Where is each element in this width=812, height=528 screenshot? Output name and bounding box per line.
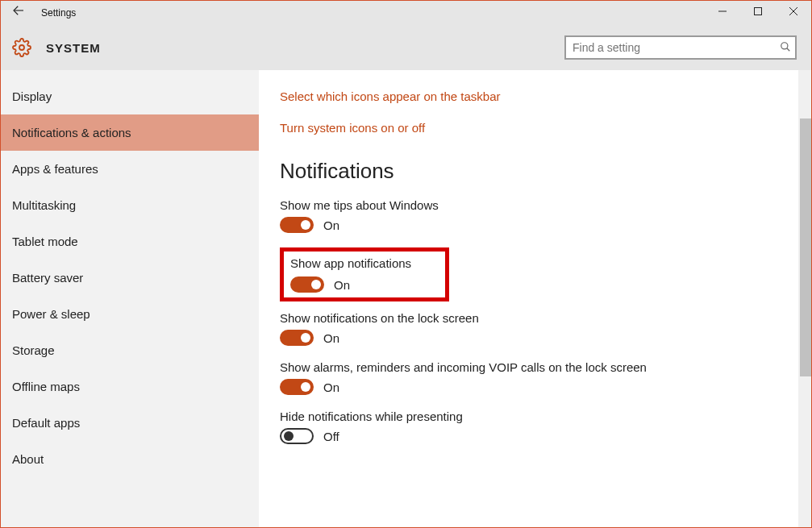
setting-show-alarms-reminders-and-incoming-voip-: Show alarms, reminders and incoming VOIP… [280, 360, 779, 395]
sidebar-item-notifications-actions[interactable]: Notifications & actions [1, 114, 259, 151]
sidebar-item-display[interactable]: Display [1, 78, 259, 114]
setting-hide-notifications-while-presenting: Hide notifications while presentingOff [280, 410, 779, 444]
toggle-state: Off [323, 430, 339, 443]
sidebar-item-tablet-mode[interactable]: Tablet mode [1, 223, 259, 260]
sidebar-item-multitasking[interactable]: Multitasking [1, 187, 259, 223]
page-title: SYSTEM [46, 41, 101, 55]
gear-icon [12, 38, 31, 57]
setting-show-notifications-on-the-lock-screen: Show notifications on the lock screenOn [280, 311, 779, 346]
toggle[interactable] [280, 330, 314, 346]
window-title: Settings [41, 7, 76, 19]
sidebar-item-default-apps[interactable]: Default apps [1, 405, 259, 441]
setting-row: On [280, 379, 779, 395]
sidebar-item-apps-features[interactable]: Apps & features [1, 151, 259, 187]
section-title: Notifications [280, 159, 779, 184]
toggle-knob [301, 333, 310, 343]
setting-show-me-tips-about-windows: Show me tips about WindowsOn [280, 198, 779, 233]
svg-point-5 [19, 45, 24, 50]
subheader: SYSTEM [1, 25, 811, 70]
sidebar-item-power-sleep[interactable]: Power & sleep [1, 296, 259, 332]
toggle-state: On [323, 380, 339, 394]
sidebar-item-battery-saver[interactable]: Battery saver [1, 260, 259, 296]
toggle-state: On [323, 331, 339, 345]
toggle-knob [284, 431, 294, 441]
toggle[interactable] [280, 379, 314, 395]
minimize-button[interactable] [705, 1, 740, 25]
setting-label: Show me tips about Windows [280, 198, 779, 212]
toggle-state: On [323, 218, 339, 232]
toggle[interactable] [280, 428, 314, 444]
setting-row: Off [280, 428, 779, 444]
close-button[interactable] [776, 1, 811, 25]
content: Select which icons appear on the taskbar… [259, 70, 798, 527]
sidebar: DisplayNotifications & actionsApps & fea… [1, 70, 259, 527]
back-button[interactable] [1, 1, 36, 25]
setting-show-app-notifications: Show app notificationsOn [290, 256, 439, 293]
scrollbar[interactable] [798, 70, 811, 527]
search-input[interactable] [566, 41, 776, 54]
toggle-knob [311, 280, 321, 289]
setting-label: Show notifications on the lock screen [280, 311, 779, 325]
svg-rect-2 [755, 8, 762, 15]
setting-row: On [290, 276, 439, 293]
toggle-state: On [334, 278, 350, 292]
link-taskbar-icons[interactable]: Select which icons appear on the taskbar [280, 89, 779, 103]
sidebar-item-offline-maps[interactable]: Offline maps [1, 368, 259, 405]
sidebar-item-storage[interactable]: Storage [1, 332, 259, 368]
svg-line-7 [787, 48, 790, 51]
link-system-icons[interactable]: Turn system icons on or off [280, 121, 779, 135]
search-box[interactable] [564, 35, 797, 60]
body: DisplayNotifications & actionsApps & fea… [1, 70, 811, 527]
setting-label: Hide notifications while presenting [280, 410, 779, 423]
highlight-box: Show app notificationsOn [280, 247, 449, 301]
toggle[interactable] [290, 276, 324, 293]
scrollbar-thumb[interactable] [800, 118, 811, 376]
sidebar-item-about[interactable]: About [1, 441, 259, 477]
titlebar: Settings [1, 1, 811, 25]
setting-label: Show app notifications [290, 256, 439, 270]
toggle[interactable] [280, 217, 314, 233]
toggle-knob [301, 220, 310, 230]
content-wrap: Select which icons appear on the taskbar… [259, 70, 811, 527]
svg-point-6 [781, 42, 788, 48]
search-icon[interactable] [776, 41, 795, 55]
window-controls [705, 1, 811, 25]
settings-window: Settings SYSTEM [0, 0, 812, 528]
setting-row: On [280, 330, 779, 346]
setting-row: On [280, 217, 779, 233]
setting-label: Show alarms, reminders and incoming VOIP… [280, 360, 779, 374]
toggle-knob [301, 382, 310, 392]
maximize-button[interactable] [740, 1, 776, 25]
